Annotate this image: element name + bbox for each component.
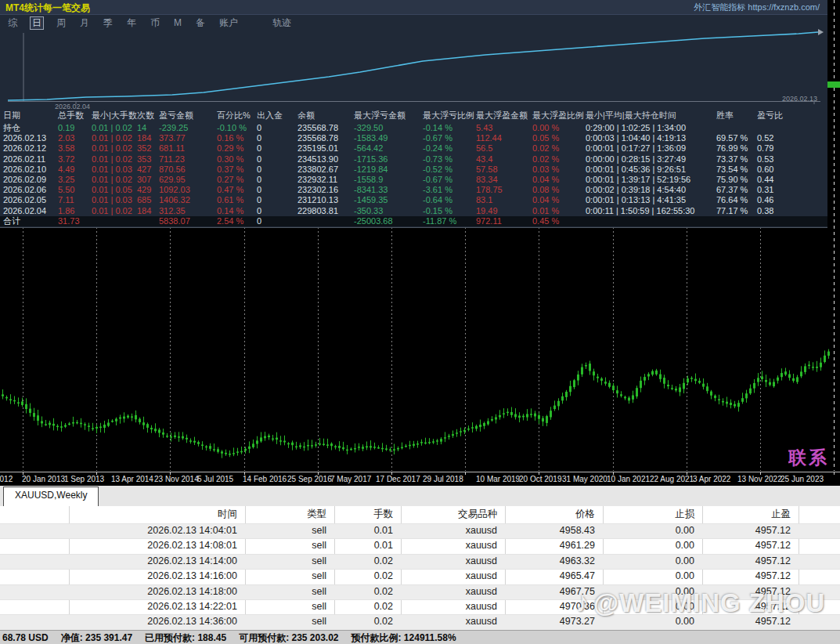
stats-cell: 233802.67 [297,165,338,175]
status-segment-2: 已用预付款: 188.45 [145,631,226,644]
axis-label-4: 23 Nov 2014 [154,475,199,483]
stats-cell: -25003.68 [354,216,393,226]
axis-label-11: 10 Mar 2019 [476,475,520,483]
stats-cell: 76.99 % [716,143,748,154]
table-cell: 2026.02.13 14:04:01 [69,523,237,538]
table-gridline [0,554,840,555]
stats-cell: 0.30 % [217,154,243,165]
stats-cell: 1406.32 [159,195,190,205]
stats-cell: 0.38 [757,206,773,216]
stats-cell: -0.73 % [423,154,452,165]
table-cell: 0.01 [334,523,393,538]
stats-cell: 0:00:02 | 0:39:18 | 4:54:40 [586,185,686,195]
table-cell: 0.02 [334,554,393,569]
stats-cell: 0.05 % [532,133,559,143]
stats-cell: 0.01 % [532,206,559,216]
table-cell: 手数 [334,506,393,523]
stats-cell: 2026.02.06 [3,185,46,195]
stats-cell: 373.77 [159,133,186,143]
stats-cell: 0 [257,165,261,175]
axis-label-6: 14 Feb 2016 [243,475,287,483]
stats-cell: 0.04 % [532,195,559,205]
stats-cell: 0.01 | 0.02 [92,143,132,154]
stats-cell: 合计 [3,216,20,226]
axis-label-5: 5 Jul 2015 [197,475,233,483]
stats-cell: 0:00:01 | 0:45:36 | 9:26:51 [586,165,686,175]
stats-cell: 31.73 [58,216,80,226]
stats-cell: 2026.02.10 [3,165,46,175]
stats-cell: 0.01 | 0.02 [92,123,132,133]
trade-row-2[interactable]: 2026.02.13 14:14:00sell0.02xauusd4963.32… [0,554,840,569]
stats-cell: -0.14 % [423,123,452,133]
table-cell: 4957.12 [702,554,791,569]
axis-label-15: 22 Aug 2021 [650,475,694,483]
stats-cell: 352 [137,143,151,154]
stats-row-2026.02.09: 2026.02.093.250.01 | 0.02307629.950.27 %… [0,175,827,185]
table-cell: 价格 [505,506,595,523]
trade-row-3[interactable]: 2026.02.13 14:16:00sell0.02xauusd4965.47… [0,569,840,584]
stats-col-header-5: 百分比% [217,110,251,121]
stats-cell: 19.49 [476,206,498,216]
axis-label-2: 1 Sep 2013 [64,475,104,483]
stats-cell: 0.52 [757,133,773,143]
stats-col-header-14: 盈亏比 [757,110,783,121]
stats-cell: 0.53 [757,154,773,165]
table-cell: 2026.02.13 14:36:00 [69,614,237,629]
stats-cell: 0 [257,185,261,195]
stats-col-header-0: 日期 [3,110,20,121]
stats-cell: 2026.02.13 [3,133,46,143]
stats-cell: 629.95 [159,175,186,185]
stats-cell: 0.60 [757,165,773,175]
stats-cell: 0.27 % [217,175,243,185]
tab-xauusd-weekly[interactable]: XAUUSD,Weekly [3,487,99,507]
stats-cell: 43.4 [476,154,492,165]
table-cell: 时间 [69,506,237,523]
stats-cell: 0.46 [757,195,773,205]
stats-cell: 3.58 [58,143,74,154]
stats-cell: 235568.78 [297,133,338,143]
stats-cell: 112.44 [476,133,502,143]
stats-cell: 353 [137,154,151,165]
stats-row-2026.02.04: 2026.02.041.860.01 | 0.02184312.350.14 %… [0,206,827,216]
stats-cell: 2026.02.12 [3,143,46,154]
axis-label-13: 31 May 2020 [562,475,607,483]
stats-cell: 685 [137,195,151,205]
stats-cell: 0:00:01 | 1:39:17 | 52:19:56 [586,175,690,185]
stats-cell: 235195.01 [297,143,338,154]
stats-col-header-10: 最大浮盈金额 [476,110,528,121]
stats-cell: 184 [137,133,151,143]
time-axis: 201220 Jan 20131 Sep 201313 Apr 201423 N… [0,472,840,487]
stats-row-合计: 合计31.735838.072.54 %0-25003.68-11.87 %97… [0,216,827,226]
stats-cell: 0.29 % [217,143,243,154]
table-cell: 交易品种 [401,506,497,523]
stats-cell: 307 [137,175,151,185]
table-cell: 0.00 [603,554,694,569]
stats-cell: -350.33 [354,206,383,216]
status-segment-1: 净值: 235 391.47 [61,631,132,644]
axis-label-14: 10 Jan 2021 [607,475,650,483]
stats-cell: 429 [137,185,151,195]
stats-cell: 0 [257,143,261,154]
stats-cell: -1219.84 [354,165,388,175]
stats-cell: 0.01 | 0.03 [92,195,132,205]
table-cell: 4963.32 [505,554,595,569]
stats-cell: 232932.11 [297,175,337,185]
table-cell: 类型 [245,506,326,523]
axis-label-10: 29 Jul 2018 [423,475,463,483]
table-cell: 4957.12 [702,523,791,538]
axis-label-17: 13 Nov 2022 [737,475,782,483]
stats-cell: 235568.78 [297,123,338,133]
stats-cell: 0:00:03 | 1:04:40 | 4:19:13 [586,133,686,143]
trade-row-1[interactable]: 2026.02.13 14:08:01sell0.01xauusd4961.29… [0,538,840,553]
table-gridline [0,538,840,539]
stats-cell: 2.03 [58,133,74,143]
stats-cell: 67.37 % [716,185,748,195]
stats-cell: 73.37 % [716,154,748,165]
stats-cell: -11.87 % [423,216,456,226]
table-cell: 止盈 [702,506,791,523]
stats-cell: -239.25 [159,123,188,133]
stats-cell: 0.04 % [532,175,559,185]
table-cell: xauusd [401,523,497,538]
watermark-text: @WEIMING ZHOU [593,588,825,617]
trade-row-0[interactable]: 2026.02.13 14:04:01sell0.01xauusd4958.43… [0,523,840,538]
